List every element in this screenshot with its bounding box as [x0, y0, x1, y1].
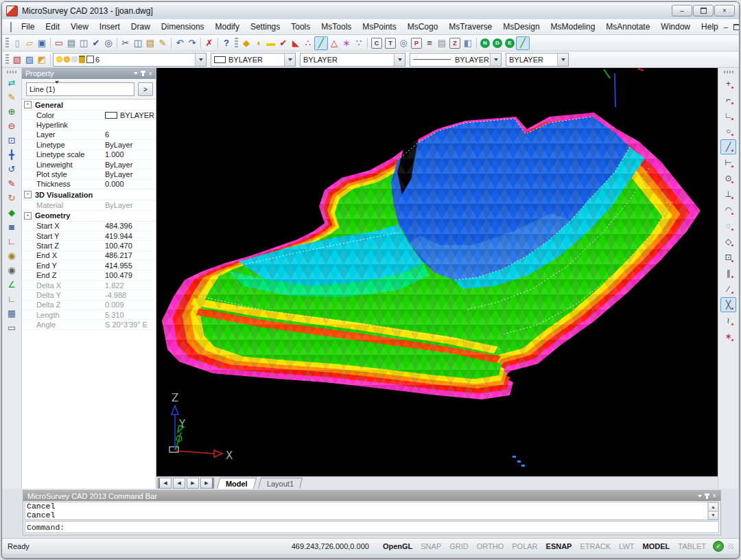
- color-combo[interactable]: BYLAYER: [211, 53, 296, 67]
- ucs-icon[interactable]: ∟: [5, 234, 19, 248]
- ms-notes-icon[interactable]: ▤: [436, 37, 448, 49]
- menu-edit[interactable]: Edit: [40, 20, 65, 34]
- snap-parallel-icon[interactable]: ∥: [720, 266, 736, 281]
- panel-collapse-icon[interactable]: [134, 72, 138, 75]
- menu-mscogo[interactable]: MsCogo: [402, 20, 444, 34]
- print-preview-icon[interactable]: ◫: [78, 37, 90, 49]
- snap-from-icon[interactable]: ⌐: [720, 92, 736, 107]
- menu-mspoints[interactable]: MsPoints: [357, 20, 401, 34]
- snap-insertion-icon[interactable]: ⊡: [720, 250, 736, 265]
- undo-icon[interactable]: ↶: [174, 37, 186, 49]
- toggle-ortho[interactable]: ORTHO: [473, 542, 508, 550]
- linetype-combo[interactable]: BYLAYER: [300, 53, 405, 67]
- entity-selector-arrow[interactable]: [55, 84, 59, 95]
- redraw-icon[interactable]: ⇄: [5, 75, 19, 90]
- named-views-icon[interactable]: ✎: [5, 176, 19, 191]
- property-value[interactable]: 5.310: [105, 311, 156, 319]
- property-value[interactable]: 414.955: [105, 261, 156, 270]
- copy-icon[interactable]: ◫: [132, 37, 144, 49]
- camera-icon[interactable]: ◙: [5, 220, 19, 234]
- property-section-header[interactable]: -General: [22, 100, 156, 110]
- property-value[interactable]: ByLayer: [105, 201, 156, 209]
- mdi-minimize-button[interactable]: –: [724, 23, 728, 31]
- menu-msmodeling[interactable]: MsModeling: [545, 20, 601, 34]
- minimize-button[interactable]: –: [672, 5, 692, 16]
- erase-icon[interactable]: ✗: [203, 37, 215, 49]
- ms-elevation-icon[interactable]: E: [505, 38, 515, 48]
- tab-next-button[interactable]: ▶: [187, 478, 199, 489]
- ms-traverse-icon[interactable]: ∗: [340, 37, 353, 49]
- color-combo-arrow[interactable]: [284, 54, 295, 66]
- layer-preview-icon[interactable]: ◩: [36, 54, 48, 66]
- toggle-lwt[interactable]: LWT: [615, 542, 638, 550]
- command-history-scrollbar[interactable]: ▲ ▼: [707, 502, 718, 520]
- ms-line2-icon[interactable]: ╱: [516, 36, 530, 50]
- property-value[interactable]: 6: [105, 130, 156, 139]
- property-value[interactable]: -4.988: [105, 291, 156, 299]
- menu-dimensions[interactable]: Dimensions: [156, 20, 210, 34]
- scroll-up-icon[interactable]: ▲: [708, 502, 718, 511]
- ms-draw-line-icon[interactable]: ╱: [314, 36, 328, 50]
- toggle-etrack[interactable]: ETRACK: [576, 542, 615, 550]
- cmd-pin-icon[interactable]: [706, 493, 708, 499]
- toggle-polar[interactable]: POLAR: [508, 542, 541, 550]
- plotstyle-combo-arrow[interactable]: [557, 54, 568, 66]
- pan-icon[interactable]: ╋: [5, 148, 19, 162]
- menu-draw[interactable]: Draw: [126, 20, 156, 34]
- menu-settings[interactable]: Settings: [245, 20, 285, 34]
- ms-dimension-icon[interactable]: ▬: [265, 37, 277, 49]
- ms-t-icon[interactable]: T: [385, 38, 396, 49]
- menu-insert[interactable]: Insert: [94, 20, 126, 34]
- model-space-icon[interactable]: ▭: [5, 320, 19, 335]
- snap-perpendicular-icon[interactable]: ⊥: [720, 187, 736, 202]
- tab-model[interactable]: Model: [217, 478, 257, 489]
- tab-last-button[interactable]: ▶: [200, 478, 214, 489]
- menu-view[interactable]: View: [65, 20, 94, 34]
- ms-pts-icon[interactable]: ∵: [353, 37, 365, 49]
- ms-locate-icon[interactable]: ◆: [240, 37, 252, 49]
- snap-nearest-icon[interactable]: ╱: [720, 139, 736, 154]
- layer-combo-arrow[interactable]: [195, 54, 206, 66]
- find-icon[interactable]: ◎: [102, 37, 115, 49]
- restore-button[interactable]: [693, 5, 714, 16]
- selector-more-button[interactable]: >: [138, 82, 153, 96]
- ms-check-icon[interactable]: ✔: [277, 37, 290, 49]
- menu-file[interactable]: File: [16, 20, 40, 34]
- linetype-combo-arrow[interactable]: [394, 54, 405, 66]
- collapse-section-icon[interactable]: -: [24, 191, 32, 198]
- close-button[interactable]: ×: [714, 5, 735, 16]
- layer-manager-icon[interactable]: ▧: [11, 54, 23, 66]
- drawing-viewport[interactable]: Z Y X: [156, 68, 718, 476]
- tab-prev-button[interactable]: ◀: [173, 478, 185, 489]
- snap-extension-icon[interactable]: ≀: [720, 313, 736, 328]
- property-value[interactable]: 0.009: [105, 301, 156, 309]
- spell-check-icon[interactable]: ✔: [90, 37, 102, 49]
- cmd-close-icon[interactable]: ×: [712, 492, 716, 500]
- menu-window[interactable]: Window: [655, 20, 696, 34]
- scroll-down-icon[interactable]: ▼: [708, 511, 718, 520]
- menu-msannotate[interactable]: MsAnnotate: [600, 20, 655, 34]
- ms-direction-icon[interactable]: D: [493, 38, 502, 48]
- zoom-in-icon[interactable]: ⊕: [5, 104, 19, 119]
- open-icon[interactable]: ▱: [23, 37, 36, 49]
- new-icon[interactable]: ▯: [11, 37, 23, 49]
- property-value[interactable]: 100.479: [105, 271, 156, 279]
- entity-selector[interactable]: Line (1): [26, 82, 134, 96]
- ms-c-icon[interactable]: C: [371, 38, 382, 49]
- panel-close-icon[interactable]: ×: [148, 70, 152, 78]
- snap-tangent-icon[interactable]: ◠: [720, 202, 736, 218]
- zoom-window-icon[interactable]: ⊡: [5, 133, 19, 148]
- snap-intersection-icon[interactable]: ╳: [720, 297, 736, 312]
- menu-msdesign[interactable]: MsDesign: [497, 20, 545, 34]
- regen-icon[interactable]: ✎: [5, 90, 19, 104]
- menu-mstraverse[interactable]: MsTraverse: [443, 20, 497, 34]
- ms-arrow-icon[interactable]: ◣: [290, 37, 302, 49]
- command-history[interactable]: Cancel Cancel Command: ▲ ▼: [25, 502, 719, 520]
- ms-autopoint-icon[interactable]: P: [411, 38, 422, 49]
- ms-layers-icon[interactable]: ◧: [462, 37, 474, 49]
- property-value[interactable]: ByLayer: [105, 141, 156, 149]
- snap-circle-icon[interactable]: ○: [720, 124, 736, 139]
- plotstyle-combo[interactable]: BYLAYER: [506, 53, 569, 67]
- shade-icon[interactable]: ◉: [5, 263, 19, 277]
- tab-first-button[interactable]: ◀: [158, 478, 172, 489]
